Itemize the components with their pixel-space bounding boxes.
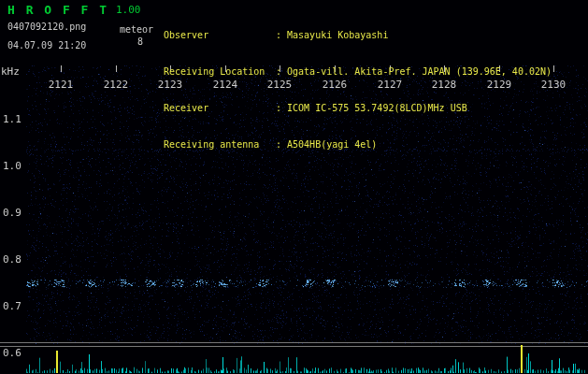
x-tick-label: 2129 (480, 79, 518, 91)
output-filename: 0407092120.png (7, 22, 86, 32)
info-row-antenna: Receiving antenna : A504HB(yagi 4el) (164, 138, 552, 151)
y-axis-unit: kHz (1, 65, 20, 78)
info-row-location: Receiving Location : Ogata-vill. Akita-P… (164, 65, 552, 78)
info-value: : A504HB(yagi 4el) (276, 138, 377, 151)
x-tick-label: 2124 (207, 79, 244, 91)
info-value: : ICOM IC-575 53.7492(8LCD)MHz USB (276, 102, 467, 114)
x-tick-label: 2125 (261, 79, 298, 91)
x-tick-label: 2130 (535, 79, 572, 91)
y-tick-label: 0.7 (3, 300, 22, 312)
info-value: : Ogata-vill. Akita-Pref. JAPAN (139.96E… (276, 65, 552, 78)
info-value: : Masayuki Kobayashi (276, 29, 388, 41)
mode-label: meteor (120, 24, 153, 35)
x-tick-label: 2122 (97, 79, 135, 91)
x-tick-label: 2121 (42, 79, 79, 91)
info-label: Observer (164, 29, 276, 41)
app-version: 1.00 (116, 4, 141, 16)
info-row-receiver: Receiver : ICOM IC-575 53.7492(8LCD)MHz … (164, 102, 552, 114)
app-title: H R O F F T (7, 3, 108, 17)
info-label: Receiver (164, 102, 276, 114)
x-tick-label: 2127 (371, 79, 409, 91)
x-tick-label: 2123 (151, 79, 189, 91)
hrofft-window: H R O F F T 1.00 0407092120.png meteor 8… (0, 0, 588, 374)
y-tick-label: 0.8 (3, 253, 22, 266)
info-label: Receiving Location (164, 65, 276, 78)
y-tick-label: 1.0 (3, 160, 22, 172)
y-tick-label: 0.6 (3, 347, 22, 359)
y-tick-label: 1.1 (3, 113, 22, 125)
meteor-count: 8 (137, 36, 143, 47)
y-tick-label: 0.9 (3, 207, 22, 219)
info-label: Receiving antenna (164, 138, 276, 151)
datetime-label: 04.07.09 21:20 (7, 40, 86, 50)
info-row-observer: Observer : Masayuki Kobayashi (164, 29, 552, 41)
x-tick-label: 2128 (425, 79, 463, 91)
x-tick-label: 2126 (316, 79, 353, 91)
